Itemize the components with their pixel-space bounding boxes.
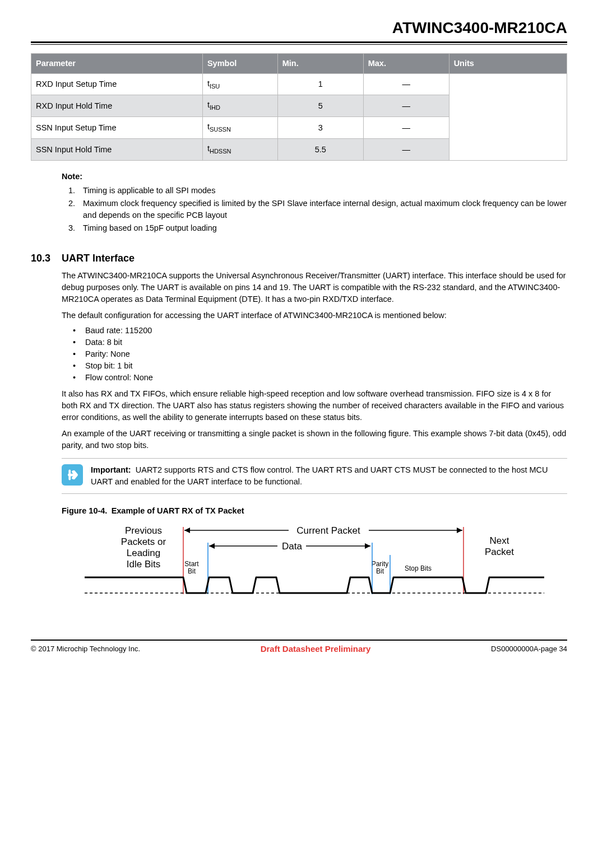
notes-list: Timing is applicable to all SPI modes Ma… xyxy=(62,185,567,234)
param-cell: RXD Input Hold Time xyxy=(31,95,203,117)
important-box: Important: UART2 supports RTS and CTS fl… xyxy=(62,458,567,494)
max-cell: — xyxy=(363,95,449,117)
table-row: RXD Input Setup Time tISU 1 — xyxy=(31,73,567,95)
list-item: Stop bit: 1 bit xyxy=(73,360,567,372)
param-cell: SSN Input Setup Time xyxy=(31,117,203,139)
symbol-cell: tIHD xyxy=(202,95,277,117)
body-paragraph: An example of the UART receiving or tran… xyxy=(62,428,567,451)
units-cell xyxy=(449,73,567,160)
svg-text:Packet: Packet xyxy=(485,547,514,557)
config-list: Baud rate: 115200 Data: 8 bit Parity: No… xyxy=(73,325,567,384)
svg-text:Bit: Bit xyxy=(188,567,196,575)
note-item: Timing is applicable to all SPI modes xyxy=(77,185,567,197)
min-cell: 5.5 xyxy=(277,139,363,161)
th-parameter: Parameter xyxy=(31,53,203,73)
important-arrow-icon xyxy=(62,464,83,486)
svg-marker-8 xyxy=(184,528,190,533)
svg-marker-10 xyxy=(457,528,462,533)
th-units: Units xyxy=(449,53,567,73)
min-cell: 3 xyxy=(277,117,363,139)
max-cell: — xyxy=(363,139,449,161)
svg-text:Bit: Bit xyxy=(376,567,384,575)
figure-caption: Figure 10-4. Example of UART RX of TX Pa… xyxy=(62,505,567,517)
svg-marker-14 xyxy=(365,543,370,549)
max-cell: — xyxy=(363,117,449,139)
body-paragraph: The ATWINC3400-MR210CA supports the Univ… xyxy=(62,270,567,305)
label-data: Data xyxy=(282,541,302,552)
svg-marker-12 xyxy=(209,543,215,549)
footer-page: DS00000000A-page 34 xyxy=(491,644,567,655)
th-min: Min. xyxy=(277,53,363,73)
body-paragraph: It also has RX and TX FIFOs, which ensur… xyxy=(62,388,567,423)
min-cell: 5 xyxy=(277,95,363,117)
page-footer: © 2017 Microchip Technology Inc. Draft D… xyxy=(31,640,567,655)
max-cell: — xyxy=(363,73,449,95)
th-max: Max. xyxy=(363,53,449,73)
uart-packet-diagram: Previous Packets or Leading Idle Bits Cu… xyxy=(62,521,567,617)
important-text: Important: UART2 supports RTS and CTS fl… xyxy=(91,464,567,488)
label-next: Next xyxy=(490,535,509,546)
list-item: Parity: None xyxy=(73,348,567,360)
section-number: 10.3 xyxy=(31,251,62,265)
footer-status: Draft Datasheet Preliminary xyxy=(261,643,371,655)
label-start-bit: Start xyxy=(184,560,199,568)
svg-text:Packets or: Packets or xyxy=(121,536,166,547)
param-cell: RXD Input Setup Time xyxy=(31,73,203,95)
label-stop-bits: Stop Bits xyxy=(405,564,432,572)
svg-text:Idle Bits: Idle Bits xyxy=(127,559,160,570)
min-cell: 1 xyxy=(277,73,363,95)
note-item: Timing based on 15pF output loading xyxy=(77,222,567,234)
svg-text:Leading: Leading xyxy=(127,548,161,558)
param-cell: SSN Input Hold Time xyxy=(31,139,203,161)
list-item: Data: 8 bit xyxy=(73,337,567,348)
header-rule xyxy=(31,41,567,45)
list-item: Flow control: None xyxy=(73,372,567,384)
timing-table: Parameter Symbol Min. Max. Units RXD Inp… xyxy=(31,53,567,161)
important-body: UART2 supports RTS and CTS flow control.… xyxy=(91,465,548,486)
label-parity-bit: Parity xyxy=(372,560,389,568)
footer-copyright: © 2017 Microchip Technology Inc. xyxy=(31,644,140,655)
label-previous: Previous xyxy=(125,525,162,536)
th-symbol: Symbol xyxy=(202,53,277,73)
body-paragraph: The default configuration for accessing … xyxy=(62,310,567,321)
note-item: Maximum clock frequency specified is lim… xyxy=(77,198,567,221)
label-current: Current Packet xyxy=(296,525,360,536)
symbol-cell: tISU xyxy=(202,73,277,95)
symbol-cell: tSUSSN xyxy=(202,117,277,139)
note-heading: Note: xyxy=(62,171,567,183)
symbol-cell: tHDSSN xyxy=(202,139,277,161)
section-title: UART Interface xyxy=(62,251,135,265)
important-label: Important: xyxy=(91,465,131,474)
list-item: Baud rate: 115200 xyxy=(73,325,567,337)
product-title: ATWINC3400-MR210CA xyxy=(31,17,567,41)
